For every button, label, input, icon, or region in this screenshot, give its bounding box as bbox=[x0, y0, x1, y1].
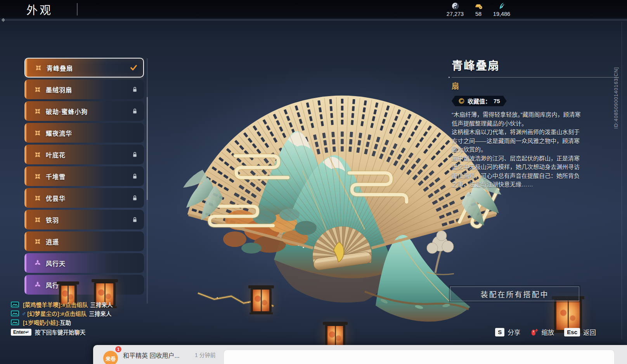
item-accent-bar bbox=[24, 79, 26, 99]
item-label: 铁羽 bbox=[46, 215, 59, 224]
sidebar-item[interactable]: 逍遥 bbox=[24, 231, 144, 251]
toast-avatar: 来卷 bbox=[103, 351, 118, 364]
lock-icon bbox=[132, 195, 138, 201]
item-title: 青峰叠扇 bbox=[452, 57, 619, 73]
pinwheel-icon bbox=[34, 238, 42, 245]
item-label: 优昙华 bbox=[46, 193, 66, 203]
currency-bar: 27,273 58 19,486 bbox=[446, 2, 511, 17]
shortcut-bar: S 分享 缩放 Esc 返回 bbox=[495, 328, 596, 337]
lantern-decoration bbox=[251, 288, 272, 312]
currency-value: 58 bbox=[475, 11, 482, 17]
back-button[interactable]: Esc 返回 bbox=[564, 328, 596, 337]
chat-text: 互助 bbox=[60, 318, 71, 326]
toast-input-box[interactable] bbox=[223, 350, 615, 364]
right-edge-line bbox=[622, 22, 622, 339]
item-accent-bar bbox=[24, 275, 26, 295]
sidebar-item[interactable]: 千堆雪 bbox=[24, 166, 144, 186]
top-bar: 外观 bbox=[0, 0, 627, 18]
share-button[interactable]: S 分享 bbox=[495, 328, 520, 337]
item-label: 耀夜流华 bbox=[46, 128, 72, 138]
item-accent-bar bbox=[24, 123, 26, 143]
page-title: 外观 bbox=[26, 1, 53, 17]
item-description: “木扇纤薄，需得轻拿轻放。”藏雨阁库房内，顾清寒低声提醒整理藏品的小伙计。 这柄… bbox=[452, 110, 583, 189]
currency-coin: 27,273 bbox=[446, 2, 464, 17]
title-rule bbox=[452, 77, 618, 78]
pinwheel-icon bbox=[35, 64, 42, 72]
equip-all-button[interactable]: 装配在所有搭配中 bbox=[450, 286, 579, 301]
trillium-icon bbox=[34, 259, 42, 267]
sidebar-item[interactable]: 墨绒羽扇 bbox=[24, 79, 144, 99]
currency-gold-ingot[interactable]: 58 bbox=[469, 2, 487, 17]
chat-channel-icon bbox=[11, 302, 19, 307]
toast-time: 1 分钟前 bbox=[195, 351, 216, 359]
sidebar-item[interactable]: 叶底花 bbox=[24, 145, 144, 164]
mouse-scroll-icon bbox=[530, 328, 538, 336]
notification-toast[interactable]: 来卷 1 和平精英 回收用户... 1 分钟前 bbox=[93, 345, 627, 364]
pinwheel-icon bbox=[34, 194, 42, 202]
item-label: 叶底花 bbox=[46, 150, 66, 159]
item-label: 千堆雪 bbox=[46, 172, 66, 181]
zoom-button[interactable]: 缩放 bbox=[530, 328, 554, 337]
lock-icon bbox=[132, 173, 138, 179]
top-rule bbox=[5, 20, 627, 20]
sidebar-item[interactable]: 青峰叠扇 bbox=[24, 58, 144, 78]
scrollbar-thumb[interactable] bbox=[147, 97, 148, 200]
back-label: 返回 bbox=[583, 328, 596, 337]
toast-unread-badge: 1 bbox=[115, 346, 122, 353]
sidebar-item[interactable]: 风行天·渊 bbox=[24, 275, 144, 295]
chat-sender: [1岁喝奶小娃]: bbox=[23, 318, 60, 326]
item-label: 破劫·蜜蜂小狗 bbox=[46, 107, 88, 116]
lock-icon bbox=[132, 86, 138, 93]
toast-title: 和平精英 回收用户... bbox=[123, 350, 180, 360]
pinwheel-icon bbox=[34, 216, 42, 224]
collection-seal-icon bbox=[458, 98, 465, 104]
coin-icon bbox=[451, 2, 459, 10]
sidebar-item[interactable]: 优昙华 bbox=[24, 188, 144, 208]
enter-key-badge: Enter↵ bbox=[11, 329, 31, 336]
item-category: 扇 bbox=[452, 80, 619, 91]
key-badge-s: S bbox=[495, 328, 504, 336]
appearance-item-list: 青峰叠扇 墨绒羽扇 破劫·蜜蜂小狗 耀夜流华 叶底花 bbox=[24, 58, 144, 304]
item-accent-bar bbox=[25, 59, 27, 77]
item-accent-bar bbox=[24, 188, 26, 208]
description-paragraph: 这柄檀木扇以刀代笔，将渊州画师的泼墨山水刻于方寸之间——这是藏雨阁一众风雅之物中… bbox=[452, 128, 583, 154]
item-accent-bar bbox=[24, 210, 26, 229]
sidebar-item[interactable]: 耀夜流华 bbox=[24, 123, 144, 143]
collection-label: 收藏值： bbox=[468, 97, 491, 105]
lock-icon bbox=[132, 216, 138, 223]
key-badge-esc: Esc bbox=[564, 328, 580, 336]
gold-ingot-icon bbox=[475, 2, 483, 10]
chat-channel-icon bbox=[11, 311, 19, 316]
lantern-decoration bbox=[325, 325, 345, 347]
chat-team-link[interactable]: #点击组队 bbox=[61, 309, 87, 317]
chat-hint-text: 按下回车键开始聊天 bbox=[35, 328, 86, 336]
item-accent-bar bbox=[24, 231, 26, 251]
title-divider bbox=[77, 3, 78, 16]
chat-team-link[interactable]: #点击组队 bbox=[62, 300, 88, 309]
list-scrollbar[interactable] bbox=[147, 58, 148, 304]
pinwheel-icon bbox=[34, 151, 42, 159]
appearance-screen: 外观 27,273 58 19,486 bbox=[0, 0, 627, 364]
description-paragraph: 画中烟波浩渺的江河、层峦起伏的群山，正是清寒记忆中无极山河的模样，她几次想动身去… bbox=[452, 154, 583, 189]
zoom-label: 缩放 bbox=[541, 328, 554, 337]
sidebar-item[interactable]: 风行天 bbox=[24, 253, 144, 273]
chat-message[interactable]: ♂ [幻梦星尘の]: #点击组队 三排来人 bbox=[11, 310, 113, 317]
sidebar-item[interactable]: 铁羽 bbox=[24, 210, 144, 229]
sidebar-item[interactable]: 破劫·蜜蜂小狗 bbox=[24, 101, 144, 121]
pinwheel-icon bbox=[34, 86, 42, 93]
item-accent-bar bbox=[24, 253, 26, 273]
lock-icon bbox=[132, 108, 138, 114]
pinwheel-icon bbox=[34, 173, 42, 180]
item-accent-bar bbox=[24, 166, 26, 186]
item-detail-panel: 青峰叠扇 扇 收藏值：75 “木扇纤薄，需得轻拿轻放。”藏雨阁库房内，顾清寒低声… bbox=[452, 57, 619, 189]
chat-panel: [菜鸡慢羊羊噢]: #点击组队 三排来人 ♂ [幻梦星尘の]: #点击组队 三排… bbox=[11, 301, 113, 336]
chat-message[interactable]: [1岁喝奶小娃]: 互助 bbox=[11, 319, 113, 326]
chat-message[interactable]: [菜鸡慢羊羊噢]: #点击组队 三排来人 bbox=[11, 301, 113, 308]
item-label: 逍遥 bbox=[46, 237, 59, 246]
wind-swirl-icon bbox=[498, 2, 506, 10]
lock-icon bbox=[132, 151, 138, 158]
trillium-icon bbox=[34, 281, 42, 289]
chat-input-hint[interactable]: Enter↵ 按下回车键开始聊天 bbox=[11, 328, 113, 336]
item-label: 青峰叠扇 bbox=[47, 63, 73, 72]
pinwheel-icon bbox=[34, 107, 42, 115]
